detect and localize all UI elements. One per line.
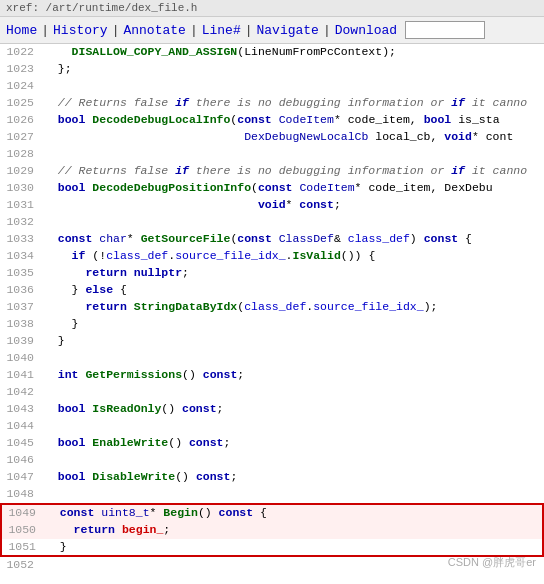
line-number: 1027 (0, 129, 42, 146)
line-number: 1046 (0, 452, 42, 469)
line-content: bool DecodeDebugLocalInfo(const CodeItem… (42, 112, 544, 129)
watermark: CSDN @胖虎哥er (448, 555, 536, 570)
code-lines: 1022 DISALLOW_COPY_AND_ASSIGN(LineNumFro… (0, 44, 544, 574)
code-line-1029: 1029 // Returns false if there is no deb… (0, 163, 544, 180)
code-line-1050: 1050 return begin_; (0, 522, 544, 539)
code-line-1046: 1046 (0, 452, 544, 469)
line-number: 1052 (0, 557, 42, 574)
line-number: 1024 (0, 78, 42, 95)
nav-download[interactable]: Download (335, 23, 397, 38)
line-content: int GetPermissions() const; (42, 367, 544, 384)
line-number: 1022 (0, 44, 42, 61)
line-number: 1023 (0, 61, 42, 78)
code-line-1032: 1032 (0, 214, 544, 231)
line-content: if (!class_def.source_file_idx_.IsValid(… (42, 248, 544, 265)
line-content: } (44, 539, 542, 556)
line-content (42, 486, 544, 503)
line-number: 1039 (0, 333, 42, 350)
code-line-1036: 1036 } else { (0, 282, 544, 299)
line-content: }; (42, 61, 544, 78)
line-content (42, 214, 544, 231)
line-content: bool IsReadOnly() const; (42, 401, 544, 418)
line-number: 1035 (0, 265, 42, 282)
line-content: // Returns false if there is no debuggin… (42, 95, 544, 112)
line-number: 1044 (0, 418, 42, 435)
code-line-1041: 1041 int GetPermissions() const; (0, 367, 544, 384)
search-input[interactable] (405, 21, 485, 39)
line-content: } (42, 333, 544, 350)
code-line-1031: 1031 void* const; (0, 197, 544, 214)
code-line-1027: 1027 DexDebugNewLocalCb local_cb, void* … (0, 129, 544, 146)
xref-path: xref: /art/runtime/dex_file.h (6, 2, 197, 14)
line-content (42, 452, 544, 469)
code-line-1025: 1025 // Returns false if there is no deb… (0, 95, 544, 112)
line-number: 1028 (0, 146, 42, 163)
code-line-1038: 1038 } (0, 316, 544, 333)
code-line-1035: 1035 return nullptr; (0, 265, 544, 282)
line-number: 1045 (0, 435, 42, 452)
line-content: return StringDataByIdx(class_def.source_… (42, 299, 544, 316)
code-line-1048: 1048 (0, 486, 544, 503)
line-number: 1036 (0, 282, 42, 299)
line-number: 1032 (0, 214, 42, 231)
line-number: 1047 (0, 469, 42, 486)
nav-sep-1: | (41, 23, 49, 38)
code-line-1022: 1022 DISALLOW_COPY_AND_ASSIGN(LineNumFro… (0, 44, 544, 61)
line-number: 1048 (0, 486, 42, 503)
line-number: 1029 (0, 163, 42, 180)
line-number: 1041 (0, 367, 42, 384)
line-content: bool DecodeDebugPositionInfo(const CodeI… (42, 180, 544, 197)
code-line-1033: 1033 const char* GetSourceFile(const Cla… (0, 231, 544, 248)
line-number: 1043 (0, 401, 42, 418)
code-line-1030: 1030 bool DecodeDebugPositionInfo(const … (0, 180, 544, 197)
line-number: 1049 (2, 505, 44, 522)
line-content (42, 418, 544, 435)
code-line-1042: 1042 (0, 384, 544, 401)
line-content (42, 146, 544, 163)
nav-home[interactable]: Home (6, 23, 37, 38)
nav-navigate[interactable]: Navigate (257, 23, 319, 38)
nav-sep-2: | (112, 23, 120, 38)
line-content: // Returns false if there is no debuggin… (42, 163, 544, 180)
code-line-1047: 1047 bool DisableWrite() const; (0, 469, 544, 486)
line-number: 1034 (0, 248, 42, 265)
nav-sep-4: | (245, 23, 253, 38)
line-content: return nullptr; (42, 265, 544, 282)
nav-history[interactable]: History (53, 23, 108, 38)
line-content: } (42, 316, 544, 333)
line-content (42, 384, 544, 401)
line-number: 1037 (0, 299, 42, 316)
nav-annotate[interactable]: Annotate (123, 23, 185, 38)
nav-lineno[interactable]: Line# (202, 23, 241, 38)
code-line-1037: 1037 return StringDataByIdx(class_def.so… (0, 299, 544, 316)
line-number: 1042 (0, 384, 42, 401)
code-line-1040: 1040 (0, 350, 544, 367)
line-number: 1050 (2, 522, 44, 539)
line-number: 1031 (0, 197, 42, 214)
line-content: bool DisableWrite() const; (42, 469, 544, 486)
line-content: const char* GetSourceFile(const ClassDef… (42, 231, 544, 248)
line-number: 1025 (0, 95, 42, 112)
line-number: 1051 (2, 539, 44, 556)
code-line-1024: 1024 (0, 78, 544, 95)
line-content: } else { (42, 282, 544, 299)
nav-sep-5: | (323, 23, 331, 38)
line-content: DISALLOW_COPY_AND_ASSIGN(LineNumFromPcCo… (42, 44, 544, 61)
line-number: 1026 (0, 112, 42, 129)
line-content: bool EnableWrite() const; (42, 435, 544, 452)
line-content: const uint8_t* Begin() const { (44, 505, 542, 522)
nav-sep-3: | (190, 23, 198, 38)
code-line-1044: 1044 (0, 418, 544, 435)
line-content: void* const; (42, 197, 544, 214)
code-line-1023: 1023 }; (0, 61, 544, 78)
line-number: 1030 (0, 180, 42, 197)
code-line-1026: 1026 bool DecodeDebugLocalInfo(const Cod… (0, 112, 544, 129)
code-line-1028: 1028 (0, 146, 544, 163)
line-content (42, 78, 544, 95)
code-line-1043: 1043 bool IsReadOnly() const; (0, 401, 544, 418)
code-line-1045: 1045 bool EnableWrite() const; (0, 435, 544, 452)
line-content: DexDebugNewLocalCb local_cb, void* cont (42, 129, 544, 146)
code-line-1049: 1049 const uint8_t* Begin() const { (0, 503, 544, 522)
line-number: 1038 (0, 316, 42, 333)
line-number: 1040 (0, 350, 42, 367)
